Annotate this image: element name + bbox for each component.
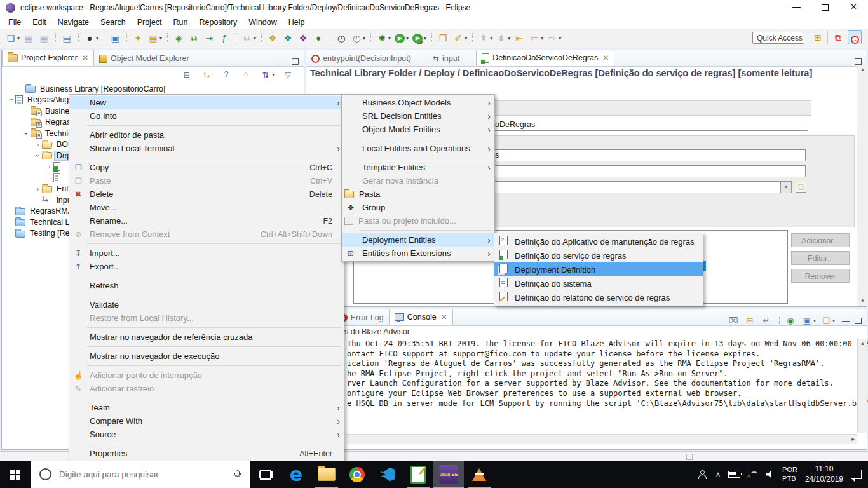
menubar-item[interactable]: Window xyxy=(243,18,282,27)
toolbar-button[interactable]: ⇥ xyxy=(202,33,217,43)
context-menu-item[interactable]: ⊘ Remove from Context Ctrl+Alt+Shift+Dow… xyxy=(69,227,344,241)
context-menu-item[interactable]: Source › xyxy=(69,428,344,441)
submenu-item[interactable]: Definição do serviço de regras xyxy=(494,248,703,262)
context-menu-item[interactable]: ❐ Paste Ctrl+V xyxy=(69,174,344,187)
scroll-down-icon[interactable]: ▾ xyxy=(857,297,868,304)
taskbar-app[interactable] xyxy=(342,461,372,488)
tree-expander-icon[interactable]: › xyxy=(34,151,42,159)
maximize-view-icon[interactable] xyxy=(855,58,862,65)
close-button[interactable]: ✕ xyxy=(839,0,868,15)
minimize-view-icon[interactable]: — xyxy=(842,57,850,66)
submenu-item[interactable]: Object Model Entities › xyxy=(342,123,494,136)
maximize-button[interactable] xyxy=(811,0,839,15)
console-toolbar-button[interactable]: ▣ ▾ xyxy=(800,316,818,325)
context-menu-item[interactable]: Rename... F2 xyxy=(69,214,344,227)
dropdown-arrow-icon[interactable]: ▾ xyxy=(16,36,20,41)
menubar-item[interactable]: File xyxy=(3,18,27,27)
form-button[interactable]: Editar... xyxy=(791,251,850,265)
start-button[interactable] xyxy=(0,461,31,488)
quick-access[interactable]: Quick Access xyxy=(752,32,804,44)
taskbar-app[interactable] xyxy=(311,461,342,488)
toolbar-button[interactable]: ❖ xyxy=(281,33,296,43)
toolbar-button[interactable]: ⇨ ▾ xyxy=(545,33,563,43)
picker-button[interactable]: ❏ xyxy=(796,182,806,193)
tab-input[interactable]: ⇆ input xyxy=(428,51,465,66)
repository-perspective-button[interactable]: ⧉ xyxy=(831,30,845,44)
toolbar-button[interactable]: ⇤ xyxy=(512,33,527,43)
open-perspective-button[interactable]: ⊞ xyxy=(811,30,825,44)
toolbar-button[interactable]: ▦ xyxy=(22,33,37,43)
toolbar-button[interactable]: ⇦ ▾ xyxy=(527,33,545,43)
context-menu-item[interactable]: ✎ Adicionar rastreio xyxy=(69,382,344,395)
tab-console[interactable]: Console ✕ xyxy=(389,309,453,325)
minimize-view-icon[interactable]: — xyxy=(279,57,287,66)
console-vscrollbar[interactable]: ▴ xyxy=(857,339,867,433)
tab-close-icon[interactable]: ✕ xyxy=(81,53,88,62)
context-menu-item[interactable]: Properties Alt+Enter xyxy=(69,447,344,460)
view-toolbar-button[interactable]: ⇅ ▾ xyxy=(259,70,276,79)
submenu-item[interactable]: SRL Decision Entities › xyxy=(342,109,494,123)
menubar-item[interactable]: Search xyxy=(95,18,132,27)
toolbar-button[interactable]: ● ▾ xyxy=(78,33,100,43)
language-indicator[interactable]: POR PTB xyxy=(782,466,797,484)
context-menu-item[interactable]: Refresh xyxy=(69,279,344,292)
toolbar-button[interactable]: ✹ ▾ xyxy=(370,33,393,43)
view-toolbar-button[interactable]: ⇆ xyxy=(200,70,215,79)
taskbar-app[interactable] xyxy=(464,461,494,488)
minimize-button[interactable]: — xyxy=(782,0,811,15)
tab-close-icon[interactable]: ✕ xyxy=(601,53,609,62)
dropdown-arrow-icon[interactable]: ▾ xyxy=(463,36,467,41)
submenu-item[interactable]: Business Object Models › xyxy=(342,96,494,109)
tree-item[interactable]: Business Library [RepositorioCarro] xyxy=(2,83,304,95)
tree-expander-icon[interactable]: › xyxy=(8,96,15,104)
tab-project-explorer[interactable]: Project Explorer ✕ xyxy=(2,50,94,66)
context-menu-item[interactable]: ✖ Delete Delete xyxy=(69,187,344,201)
view-toolbar-button[interactable]: ▽ xyxy=(281,70,296,79)
context-menu-item[interactable]: Mostrar no navegador de referência cruza… xyxy=(69,330,344,344)
toolbar-button[interactable]: ▣ xyxy=(104,33,123,43)
console-toolbar-button[interactable]: ↵ xyxy=(759,316,775,325)
minimize-view-icon[interactable]: — xyxy=(842,316,850,325)
maximize-view-icon[interactable] xyxy=(292,58,299,65)
context-menu-item[interactable]: Validate xyxy=(69,298,344,311)
view-toolbar-button[interactable]: ⊟ xyxy=(180,70,195,79)
toolbar-button[interactable]: ❖ xyxy=(296,33,311,43)
submenu-item[interactable]: Gerar nova instância xyxy=(342,174,494,187)
people-icon[interactable] xyxy=(698,470,708,479)
form-button[interactable]: Remover xyxy=(791,269,850,283)
submenu-item[interactable]: Local Entities and Operations › xyxy=(342,142,494,155)
context-menu-item[interactable]: Go Into xyxy=(69,109,344,123)
submenu-item[interactable]: ❖ Group xyxy=(342,201,494,214)
maximize-view-icon[interactable] xyxy=(855,318,862,324)
context-menu-item[interactable]: Abrir editor de pasta xyxy=(69,128,344,142)
taskbar-search[interactable] xyxy=(31,461,250,488)
editor-scrollbar[interactable]: ▴ ▾ xyxy=(857,65,868,306)
submenu-item[interactable]: Definição do sistema xyxy=(494,276,703,290)
deployment-perspective-button[interactable]: → xyxy=(848,30,862,44)
dropdown-arrow-icon[interactable]: ▾ xyxy=(362,36,365,41)
submenu-item[interactable]: ⊞ Entities from Extensions › xyxy=(342,247,494,260)
submenu-item[interactable]: Deployment Definition xyxy=(494,262,703,276)
submenu-item[interactable]: Template Entities › xyxy=(342,161,494,174)
toolbar-button[interactable]: ▤ xyxy=(55,33,75,43)
tray-chevron-up-icon[interactable]: ∧ xyxy=(715,470,721,478)
toolbar-button[interactable]: ❒ xyxy=(431,33,451,43)
dropdown-arrow-icon[interactable]: ▾ xyxy=(557,36,561,41)
console-toolbar-button[interactable]: ⊟ xyxy=(743,316,758,325)
context-menu-item[interactable]: Team › xyxy=(69,401,344,414)
toolbar-button[interactable]: ▶ ▾ xyxy=(410,34,428,43)
tree-expander-icon[interactable]: › xyxy=(23,129,31,137)
toolbar-button[interactable]: ⧉ ▾ xyxy=(236,33,258,44)
console-toolbar-button[interactable]: ❏ ▾ xyxy=(819,316,837,325)
console-toolbar-button[interactable]: ⌧ xyxy=(726,316,742,325)
submenu-item[interactable]: Definição do relatório de serviço de reg… xyxy=(494,290,703,304)
toolbar-button[interactable]: ⇞ ▾ xyxy=(472,33,494,43)
toolbar-button[interactable]: ƒ xyxy=(217,33,233,43)
search-input[interactable] xyxy=(58,469,234,480)
wifi-warning-icon[interactable] xyxy=(748,470,758,478)
toolbar-button[interactable]: ✦ xyxy=(126,33,146,43)
console-hscrollbar[interactable]: ▸ xyxy=(346,434,857,444)
toolbar-button[interactable]: ◷ ▾ xyxy=(349,33,367,43)
menubar-item[interactable]: Navigate xyxy=(52,18,95,27)
menubar-item[interactable]: Project xyxy=(132,18,168,27)
